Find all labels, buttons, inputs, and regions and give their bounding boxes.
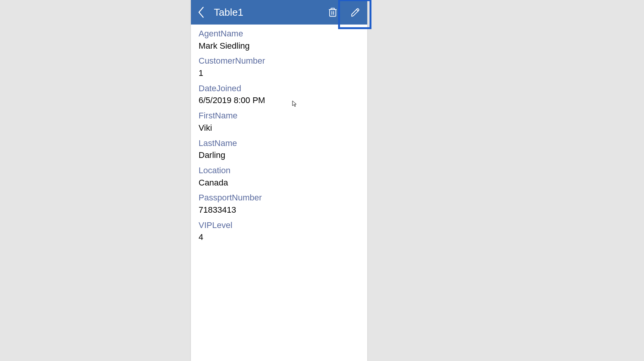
detail-panel: Table1 AgentName Mark Siedling CustomerN… [191,0,367,361]
field-value: 1 [199,67,360,79]
field-value: Mark Siedling [199,40,360,52]
edit-button[interactable] [344,0,367,25]
field-value: Viki [199,122,360,134]
pencil-icon [350,7,361,18]
field-datejoined: DateJoined 6/5/2019 8:00 PM [199,83,360,107]
header-bar: Table1 [191,0,367,25]
field-lastname: LastName Darling [199,138,360,161]
field-value: 4 [199,231,360,243]
field-label: CustomerNumber [199,56,360,67]
back-button[interactable] [191,0,212,25]
page-title: Table1 [214,7,321,18]
record-detail-content: AgentName Mark Siedling CustomerNumber 1… [191,25,367,243]
field-label: PassportNumber [199,192,360,203]
trash-icon [327,7,338,18]
field-label: DateJoined [199,83,360,94]
header-actions [321,0,367,25]
field-value: Canada [199,177,360,189]
field-label: VIPLevel [199,220,360,231]
field-label: Location [199,165,360,176]
field-label: FirstName [199,110,360,121]
field-value: Darling [199,149,360,161]
delete-button[interactable] [321,0,344,25]
field-value: 71833413 [199,204,360,216]
field-label: LastName [199,138,360,149]
field-viplevel: VIPLevel 4 [199,220,360,243]
chevron-left-icon [198,7,205,18]
field-label: AgentName [199,28,360,39]
field-agentname: AgentName Mark Siedling [199,28,360,52]
field-customernumber: CustomerNumber 1 [199,56,360,79]
field-value: 6/5/2019 8:00 PM [199,95,360,107]
field-passportnumber: PassportNumber 71833413 [199,192,360,216]
field-firstname: FirstName Viki [199,110,360,134]
field-location: Location Canada [199,165,360,189]
